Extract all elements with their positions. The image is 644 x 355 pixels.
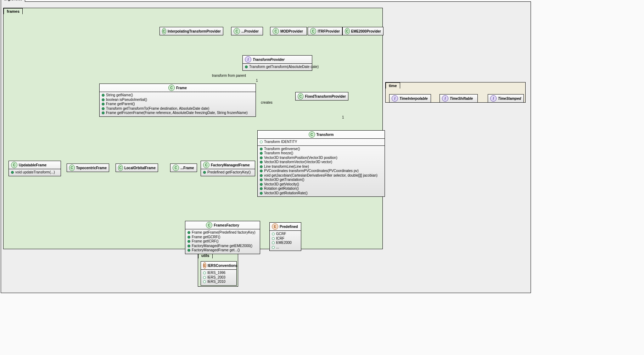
class-dot-frame: C...Frame xyxy=(170,164,197,172)
class-frame: CFrame String getName() boolean isPseudo… xyxy=(99,84,256,117)
interface-time-stamped: ITimeStamped xyxy=(488,94,524,103)
package-frames: frames xyxy=(3,8,383,249)
package-tab-time: time xyxy=(386,82,400,88)
class-transform: CTransform Transform IDENTITY Transform … xyxy=(257,130,385,197)
enum-predefined: EPredefined GCRF ICRF EME2000 ... xyxy=(269,222,301,251)
interface-transform-provider: ITransformProvider Transform getTransfor… xyxy=(242,55,312,71)
class-fixed-transform-provider: CFixedTransformProvider xyxy=(295,92,348,101)
interface-time-shiftable: ITimeShiftable xyxy=(439,94,478,103)
class-factory-managed-frame: CFactoryManagedFrame Predefined getFacto… xyxy=(201,161,255,176)
multiplicity-1b: 1 xyxy=(342,115,344,119)
edge-label-creates: creates xyxy=(261,101,273,104)
enum-iers-conventions: EIERSConventions IERS_1996 IERS_2003 IER… xyxy=(201,261,237,286)
interface-time-interpolable: ITimeInterpolable xyxy=(389,94,431,103)
class-frames-factory: CFramesFactory Frame getFrame(Predefined… xyxy=(185,221,260,254)
class-local-orbital-frame: CLocalOrbitalFrame xyxy=(116,164,158,172)
class-itrf-provider: CITRFProvider xyxy=(308,27,342,35)
class-dot-provider: C...Provider xyxy=(231,27,263,35)
class-updatable-frame: CUpdatableFrame void updateTransform(...… xyxy=(9,161,61,176)
multiplicity-1a: 1 xyxy=(256,79,258,82)
class-topocentric-frame: CTopocentricFrame xyxy=(67,164,109,172)
class-mod-provider: CMODProvider xyxy=(270,27,307,35)
edge-label-transform-from-parent: transform from parent xyxy=(212,74,246,78)
package-tab-frames: frames xyxy=(4,8,23,14)
class-interpolating-transform-provider: CInterpolatingTransformProvider xyxy=(159,27,223,35)
class-eme2000-provider: CEME2000Provider xyxy=(342,27,383,35)
package-tab-orekit: org.orekit xyxy=(1,0,25,2)
